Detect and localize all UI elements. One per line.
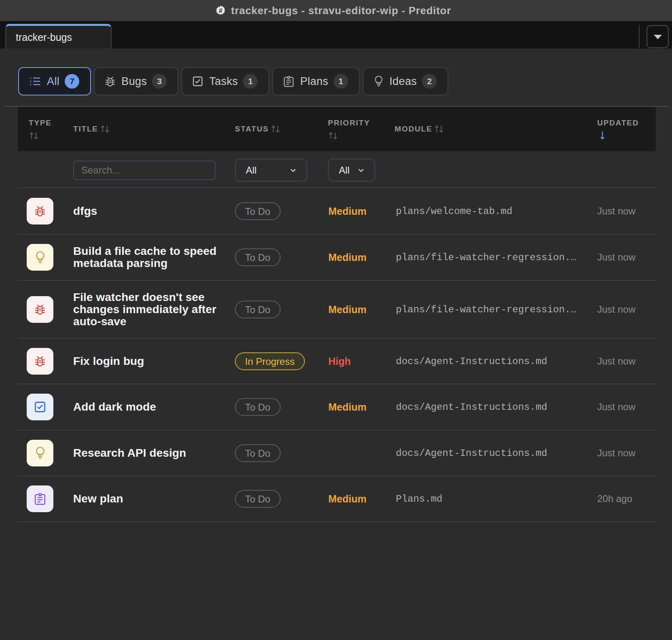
svg-text:#: # [219, 7, 222, 14]
